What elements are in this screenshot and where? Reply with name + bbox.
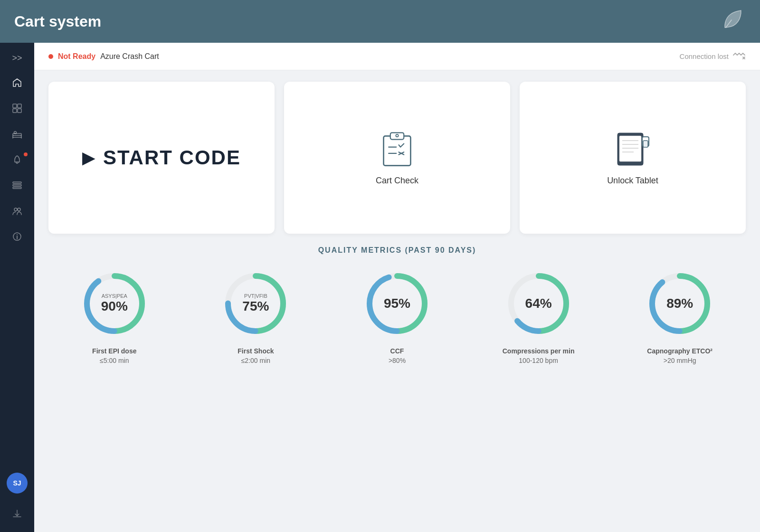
unlock-tablet-label: Unlock Tablet: [607, 176, 658, 186]
cart-check-icon-wrapper: [378, 130, 416, 168]
cart-check-card[interactable]: Cart Check: [284, 82, 510, 234]
metric-card-compressions: 64%Compressions per min100-120 bpm: [473, 268, 605, 365]
unlock-tablet-card[interactable]: Unlock Tablet: [520, 82, 746, 234]
donut-compressions: 64%: [503, 268, 574, 339]
app-header: Cart system: [0, 0, 760, 43]
download-icon[interactable]: [12, 503, 22, 527]
connection-status: Connection lost: [680, 50, 746, 62]
cards-grid: ▶ START CODE: [48, 82, 746, 234]
donut-first-shock: PVT|VFIB75%: [220, 268, 291, 339]
status-dot: [48, 54, 53, 59]
svg-rect-13: [384, 136, 411, 165]
metric-name-first-shock: First Shock≤2:00 min: [238, 347, 274, 365]
connection-text: Connection lost: [680, 52, 729, 60]
metric-name-compressions: Compressions per min100-120 bpm: [503, 347, 575, 365]
sidebar-item-bed[interactable]: [0, 122, 34, 146]
donut-sublabel-first-epi: ASYS|PEA: [101, 293, 128, 299]
app-title: Cart system: [14, 13, 101, 30]
status-area: Not Ready Azure Crash Cart: [48, 52, 159, 61]
clipboard-icon: [378, 130, 416, 168]
sidebar-item-info[interactable]: [0, 225, 34, 248]
metric-card-first-epi: ASYS|PEA90%First EPI dose≤5:00 min: [48, 268, 180, 365]
metric-name-first-epi: First EPI dose≤5:00 min: [92, 347, 136, 365]
sidebar-expand-button[interactable]: >>: [0, 48, 34, 69]
svg-point-5: [14, 132, 17, 134]
start-code-card[interactable]: ▶ START CODE: [48, 82, 275, 234]
svg-point-12: [17, 234, 18, 235]
svg-rect-21: [619, 136, 641, 162]
metric-card-first-shock: PVT|VFIB75%First Shock≤2:00 min: [190, 268, 322, 365]
unlock-tablet-icon-wrapper: [614, 130, 652, 168]
metric-name-capnography: Capnography ETCO²>20 mmHg: [647, 347, 712, 365]
svg-rect-1: [18, 104, 21, 108]
sidebar-item-team[interactable]: [0, 199, 34, 223]
svg-rect-2: [13, 109, 17, 113]
svg-rect-6: [13, 182, 21, 183]
donut-value-first-epi: 90%: [101, 299, 128, 314]
metric-card-capnography: 89%Capnography ETCO²>20 mmHg: [614, 268, 746, 365]
start-code-label: START CODE: [103, 146, 241, 169]
donut-ccf: 95%: [361, 268, 433, 339]
svg-rect-3: [18, 109, 21, 113]
sidebar: >>: [0, 43, 34, 532]
metrics-title: QUALITY METRICS (PAST 90 DAYS): [48, 246, 746, 255]
donut-sublabel-first-shock: PVT|VFIB: [242, 293, 269, 299]
svg-rect-7: [13, 185, 21, 186]
metrics-section: QUALITY METRICS (PAST 90 DAYS) ASYS|PEA9…: [34, 241, 760, 375]
sidebar-item-list[interactable]: [0, 173, 34, 197]
metric-card-ccf: 95%CCF>80%: [331, 268, 463, 365]
donut-value-first-shock: 75%: [242, 299, 269, 314]
device-name: Azure Crash Cart: [100, 52, 159, 61]
sidebar-item-bell[interactable]: [0, 148, 34, 171]
donut-label-capnography: 89%: [666, 296, 693, 311]
sidebar-item-grid[interactable]: [0, 96, 34, 120]
notification-dot: [24, 152, 28, 156]
donut-label-first-epi: ASYS|PEA90%: [101, 293, 128, 314]
status-text: Not Ready: [58, 52, 95, 61]
svg-rect-0: [13, 104, 17, 108]
leaf-icon: [721, 7, 746, 37]
donut-value-ccf: 95%: [384, 296, 410, 311]
donut-capnography: 89%: [644, 268, 715, 339]
cards-section: ▶ START CODE: [34, 70, 760, 241]
svg-rect-23: [643, 141, 648, 147]
svg-point-10: [18, 208, 20, 211]
user-avatar[interactable]: SJ: [7, 473, 28, 494]
donut-first-epi: ASYS|PEA90%: [79, 268, 150, 339]
tablet-icon: [614, 130, 652, 168]
main-layout: >>: [0, 43, 760, 532]
topbar: Not Ready Azure Crash Cart Connection lo…: [34, 43, 760, 70]
play-icon: ▶: [82, 148, 95, 168]
svg-point-9: [14, 208, 17, 211]
svg-rect-8: [13, 187, 21, 189]
start-code-content: ▶ START CODE: [82, 146, 241, 169]
connection-lost-icon: [732, 50, 746, 62]
metrics-grid: ASYS|PEA90%First EPI dose≤5:00 minPVT|VF…: [48, 268, 746, 365]
cart-check-label: Cart Check: [376, 176, 418, 186]
donut-value-compressions: 64%: [525, 296, 552, 311]
donut-label-compressions: 64%: [525, 296, 552, 311]
metric-name-ccf: CCF>80%: [389, 347, 406, 365]
donut-label-first-shock: PVT|VFIB75%: [242, 293, 269, 314]
content-area: Not Ready Azure Crash Cart Connection lo…: [34, 43, 760, 532]
donut-value-capnography: 89%: [666, 296, 693, 311]
sidebar-item-home[interactable]: [0, 71, 34, 95]
svg-rect-14: [390, 133, 404, 139]
donut-label-ccf: 95%: [384, 296, 410, 311]
